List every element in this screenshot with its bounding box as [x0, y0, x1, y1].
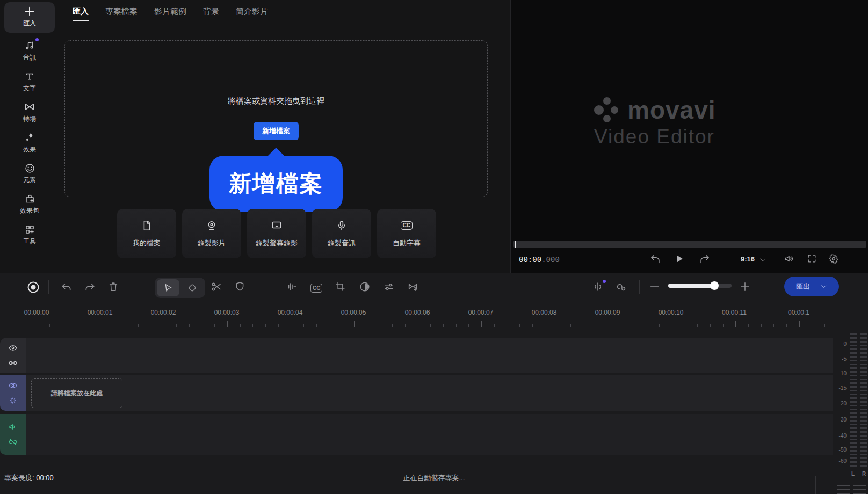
color-contrast-icon[interactable] — [359, 281, 371, 293]
shield-protect-icon[interactable] — [234, 281, 245, 292]
motion-burst-icon[interactable] — [8, 396, 18, 405]
delete-trash-icon[interactable] — [107, 281, 119, 293]
zoom-out-icon[interactable] — [649, 281, 661, 293]
fullscreen-icon[interactable] — [807, 253, 817, 264]
audio-level-meter: 0 -5 -10 -15 -20 -30 -40 -50 -60 L R — [833, 327, 868, 483]
normalize-audio-icon[interactable] — [592, 281, 604, 293]
zoom-slider-thumb[interactable] — [710, 281, 719, 290]
logo-word: movavi — [627, 96, 716, 125]
ruler-label: 00:00:03 — [214, 309, 240, 316]
play-icon[interactable] — [674, 253, 685, 264]
ruler-label: 00:00:02 — [151, 309, 176, 316]
chevron-down-icon[interactable] — [759, 256, 766, 264]
filters-sliders-icon[interactable] — [383, 281, 395, 293]
tab-intro-videos[interactable]: 簡介影片 — [236, 6, 268, 21]
zoom-in-icon[interactable] — [739, 281, 751, 293]
magnetic-link-icon[interactable] — [616, 281, 627, 293]
dropzone-hint: 將檔案或資料夾拖曳到這裡 — [228, 96, 324, 106]
tab-sample-videos[interactable]: 影片範例 — [154, 6, 186, 21]
sidebar-item-label: 轉場 — [23, 114, 36, 124]
elements-icon — [24, 162, 35, 174]
sidebar-item-text[interactable]: 文字 — [4, 67, 55, 97]
autosave-status: 正在自動儲存專案... — [403, 473, 465, 483]
link-icon[interactable] — [8, 358, 18, 368]
export-divider — [815, 282, 815, 291]
movavi-logo-icon — [594, 97, 620, 123]
subtitles-cc-icon[interactable]: CC — [310, 282, 322, 292]
export-button[interactable]: 匯出 — [784, 277, 839, 296]
cc-glyph: CC — [401, 221, 413, 230]
timeline-zoom-slider[interactable] — [668, 284, 732, 288]
video-track-header[interactable] — [0, 375, 26, 411]
meter-label: -60 — [839, 458, 847, 464]
jump-back-icon[interactable] — [649, 253, 661, 265]
overlay-track-header[interactable] — [0, 338, 26, 373]
project-length-label: 專案長度: — [4, 474, 34, 482]
sidebar-item-elements[interactable]: 元素 — [4, 158, 55, 189]
auto-captions-card[interactable]: CC 自動字幕 — [377, 209, 436, 258]
track-dropzone[interactable]: 請將檔案放在此處 — [31, 378, 122, 408]
transitions-icon — [24, 101, 35, 113]
meter-label: -50 — [839, 447, 847, 453]
speaker-icon[interactable] — [8, 422, 18, 432]
sidebar-item-label: 文字 — [23, 84, 36, 93]
add-files-button[interactable]: 新增檔案 — [254, 122, 299, 140]
meter-toggle-icon[interactable] — [837, 485, 866, 494]
screen-record-card[interactable]: 錄製螢幕錄影 — [247, 209, 306, 258]
record-audio-card[interactable]: 錄製音訊 — [312, 209, 371, 258]
my-files-card[interactable]: 我的檔案 — [117, 209, 176, 258]
video-track-lane[interactable]: 請將檔案放在此處 — [26, 375, 833, 411]
add-transition-icon[interactable] — [407, 281, 419, 293]
tab-backgrounds[interactable]: 背景 — [203, 6, 219, 21]
unlink-icon[interactable] — [8, 437, 18, 447]
sidebar-item-audio[interactable]: 音訊 — [4, 36, 55, 67]
visibility-eye-icon[interactable] — [8, 343, 18, 353]
select-tool-icon[interactable] — [157, 279, 179, 296]
ruler-label: 00:00:08 — [532, 309, 557, 316]
sidebar-item-import[interactable]: 匯入 — [4, 2, 55, 33]
record-video-card[interactable]: 錄製影片 — [182, 209, 241, 258]
toolbar-divider — [48, 280, 49, 294]
meter-label: -40 — [839, 433, 847, 439]
split-scissors-icon[interactable] — [211, 281, 222, 293]
edit-tool-group — [155, 278, 205, 298]
redo-icon[interactable] — [84, 281, 96, 293]
sidebar-item-label: 匯入 — [23, 19, 36, 28]
sidebar-item-transitions[interactable]: 轉場 — [4, 97, 55, 128]
tab-project-files[interactable]: 專案檔案 — [105, 6, 138, 21]
audio-levels-icon[interactable] — [286, 281, 298, 293]
ruler-label: 00:00:10 — [659, 309, 684, 316]
ruler-label: 00:00:1 — [788, 309, 809, 316]
card-label: 我的檔案 — [133, 238, 161, 248]
meter-label: 0 — [843, 341, 847, 347]
audio-track — [0, 414, 833, 455]
sidebar: 匯入 音訊 文字 轉場 效果 — [0, 0, 59, 273]
visibility-eye-icon[interactable] — [8, 381, 18, 390]
volume-icon[interactable] — [784, 253, 794, 264]
seek-playhead[interactable] — [515, 241, 516, 248]
overlay-track-lane[interactable] — [26, 338, 833, 373]
crop-icon[interactable] — [335, 281, 346, 292]
timeline-ruler[interactable]: 00:00:00 00:00:01 00:00:02 00:00:03 00:0… — [0, 307, 833, 330]
plus-icon — [24, 5, 35, 17]
card-label: 錄製音訊 — [328, 238, 356, 248]
tab-import[interactable]: 匯入 — [73, 6, 89, 21]
audio-track-header[interactable] — [0, 414, 26, 455]
record-voiceover-icon[interactable] — [27, 281, 40, 294]
settings-gear-icon[interactable] — [828, 253, 839, 264]
tooltip-arrow — [267, 148, 285, 156]
marker-tag-tool-icon[interactable] — [182, 279, 203, 296]
project-length-value: 00:00 — [36, 474, 54, 482]
meter-bar-left — [850, 333, 857, 468]
logo-subtitle: Video Editor — [594, 126, 750, 148]
aspect-ratio-value[interactable]: 9:16 — [741, 255, 755, 263]
sidebar-item-label: 元素 — [23, 176, 36, 185]
sidebar-item-effect-packs[interactable]: 效果包 — [4, 189, 55, 220]
jump-forward-icon[interactable] — [699, 253, 711, 265]
ruler-label: 00:00:11 — [722, 309, 747, 316]
sidebar-item-effects[interactable]: 效果 — [4, 128, 55, 158]
audio-track-lane[interactable] — [26, 414, 833, 455]
seek-bar[interactable] — [513, 241, 866, 248]
undo-icon[interactable] — [60, 281, 73, 293]
sidebar-item-tools[interactable]: 工具 — [4, 220, 55, 250]
